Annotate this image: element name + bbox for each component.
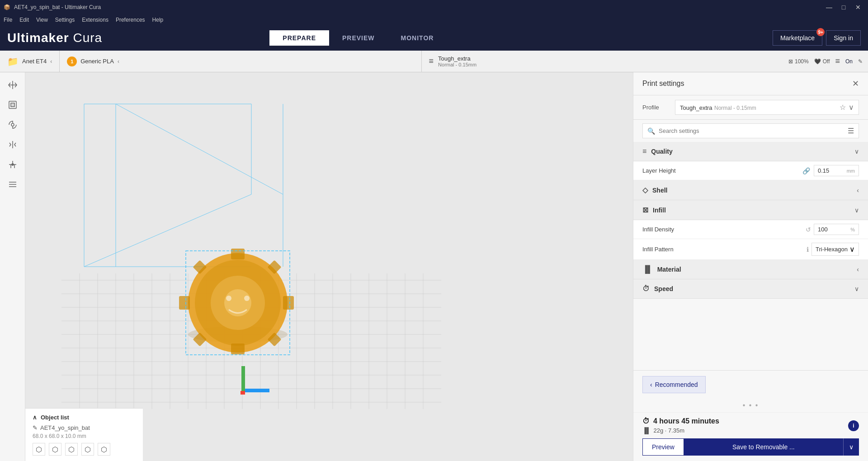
support-setting[interactable]: 🖤 Off <box>814 58 830 65</box>
nav-prepare[interactable]: PREPARE <box>269 30 329 46</box>
chevron-down-icon[interactable]: ∨ <box>849 103 854 112</box>
infill-pattern-label: Infill Pattern <box>642 246 807 253</box>
layer-height-value-box[interactable]: 0.15 mm <box>814 165 859 176</box>
infill-density-row: Infill Density ↺ 100 % <box>633 220 868 239</box>
panel-close-button[interactable]: ✕ <box>852 79 859 89</box>
edit-setting[interactable]: ✎ <box>858 58 863 65</box>
favorite-icon[interactable]: ☆ <box>840 103 846 112</box>
obj-action-box[interactable]: ⬡ <box>33 443 45 456</box>
edit-icon: ✎ <box>858 58 863 65</box>
svg-rect-57 <box>242 389 269 392</box>
obj-action-merge[interactable]: ⬡ <box>81 443 94 456</box>
svg-point-54 <box>226 296 231 301</box>
object-list-header[interactable]: ∧ Object list <box>33 414 136 421</box>
shell-section-header[interactable]: ◇ Shell ‹ <box>633 180 868 200</box>
save-dropdown-button[interactable]: ∨ <box>843 438 859 456</box>
menu-file[interactable]: File <box>4 17 12 23</box>
infill-setting[interactable]: ⊠ 100% <box>788 58 809 65</box>
menu-help[interactable]: Help <box>152 17 164 23</box>
tool-layers[interactable] <box>4 175 22 193</box>
search-bar: 🔍 ☰ <box>642 123 859 138</box>
infill-section-icon: ⊠ <box>642 206 648 214</box>
profile-selector[interactable]: ≡ Tough_extra Normal - 0.15mm <box>422 51 783 72</box>
obj-action-delete[interactable]: ⬡ <box>98 443 110 456</box>
panel-title: Print settings <box>642 80 684 88</box>
menu-edit[interactable]: Edit <box>19 17 29 23</box>
search-menu-icon[interactable]: ☰ <box>848 127 854 135</box>
settings-body: ≡ Quality ∨ Layer Height 🔗 0.15 mm ◇ She… <box>633 142 868 370</box>
obj-action-duplicate[interactable]: ⬡ <box>49 443 61 456</box>
canvas-area[interactable] <box>25 72 633 461</box>
svg-point-2 <box>12 164 14 165</box>
nav-preview[interactable]: PREVIEW <box>329 30 388 46</box>
object-item: ✎ AET4_yo_spin_bat <box>33 424 136 431</box>
recommended-button[interactable]: ‹ Recommended <box>642 376 706 393</box>
close-button[interactable]: ✕ <box>852 3 864 12</box>
menu-settings[interactable]: Settings <box>55 17 75 23</box>
nav-monitor[interactable]: MONITOR <box>388 30 447 46</box>
speed-section-header[interactable]: ⏱ Speed ∨ <box>633 279 868 299</box>
minimize-button[interactable]: — <box>823 3 835 12</box>
tool-support[interactable] <box>4 155 22 174</box>
menu-preferences[interactable]: Preferences <box>116 17 145 23</box>
material-section-header[interactable]: ▐▌ Material ‹ <box>633 260 868 279</box>
preview-button[interactable]: Preview <box>642 438 684 456</box>
infill-pct: 100% <box>795 58 809 65</box>
profile-dropdown[interactable]: Tough_extra Normal - 0.15mm ☆ ∨ <box>675 100 859 115</box>
infill-pattern-info-icon[interactable]: ℹ <box>807 246 809 253</box>
shell-arrow: ‹ <box>857 187 859 194</box>
maximize-button[interactable]: □ <box>837 3 850 12</box>
infill-pattern-dropdown[interactable]: Tri-Hexagon ∨ <box>811 243 859 256</box>
quality-arrow: ∨ <box>854 148 859 155</box>
object-edit-icon[interactable]: ✎ <box>33 424 38 431</box>
infill-icon: ⊠ <box>788 58 793 65</box>
tool-mirror[interactable] <box>4 136 22 154</box>
profile-selector-info: Tough_extra Normal - 0.15mm <box>680 103 756 112</box>
object-list-collapse-icon: ∧ <box>33 414 37 421</box>
tool-move[interactable] <box>4 76 22 94</box>
svg-rect-47 <box>231 343 245 354</box>
layer-height-value: 0.15 <box>818 167 829 174</box>
infill-pattern-arrow: ∨ <box>849 245 855 254</box>
signin-button[interactable]: Sign in <box>826 30 861 46</box>
obj-action-mirror[interactable]: ⬡ <box>65 443 78 456</box>
shell-title: ◇ Shell <box>642 186 667 194</box>
material-section-icon: ▐▌ <box>642 265 653 273</box>
save-button[interactable]: Save to Removable ... <box>684 438 843 456</box>
infill-density-value-box[interactable]: 100 % <box>814 224 859 235</box>
window-controls[interactable]: — □ ✕ <box>823 3 864 12</box>
on-label: On <box>845 58 853 65</box>
flow-setting[interactable]: ≡ <box>835 56 840 66</box>
menu-view[interactable]: View <box>36 17 48 23</box>
marketplace-button[interactable]: Marketplace 9+ <box>773 30 822 46</box>
material-selector[interactable]: 1 Generic PLA ‹ <box>60 51 421 72</box>
layer-height-link-icon[interactable]: 🔗 <box>802 167 810 174</box>
save-dropdown-arrow: ∨ <box>849 443 854 451</box>
shell-label: Shell <box>652 187 667 194</box>
material-title: ▐▌ Material <box>642 265 681 273</box>
infill-reset-icon[interactable]: ↺ <box>806 226 811 233</box>
estimate-time-value: 4 hours 45 minutes <box>653 417 719 425</box>
tool-scale[interactable] <box>4 96 22 114</box>
menu-extensions[interactable]: Extensions <box>82 17 108 23</box>
profile-label: Profile <box>642 104 670 111</box>
estimate-info-button[interactable]: i <box>848 420 859 431</box>
profile-icon: ≡ <box>429 56 434 66</box>
recommended-arrow-icon: ‹ <box>650 381 652 388</box>
on-setting[interactable]: On <box>845 58 853 65</box>
support-icon: 🖤 <box>814 58 821 65</box>
left-toolbar <box>0 72 25 461</box>
header: Ultimaker Cura PREPARE PREVIEW MONITOR M… <box>0 25 868 51</box>
search-input[interactable] <box>659 127 844 134</box>
layer-height-unit: mm <box>847 168 855 174</box>
printer-selector[interactable]: 📁 Anet ET4 ‹ <box>0 51 60 72</box>
quality-section-header[interactable]: ≡ Quality ∨ <box>633 142 868 161</box>
infill-title: ⊠ Infill <box>642 206 666 214</box>
estimate-left: ⏱ 4 hours 45 minutes ▐▌ 22g · 7.35m <box>642 417 719 434</box>
infill-section-header[interactable]: ⊠ Infill ∨ <box>633 200 868 220</box>
action-row: Preview Save to Removable ... ∨ <box>633 438 868 461</box>
estimate-weight-value: 22g · 7.35m <box>653 427 684 434</box>
infill-pattern-row: Infill Pattern ℹ Tri-Hexagon ∨ <box>633 239 868 260</box>
tool-rotate[interactable] <box>4 116 22 134</box>
search-icon: 🔍 <box>647 127 655 135</box>
